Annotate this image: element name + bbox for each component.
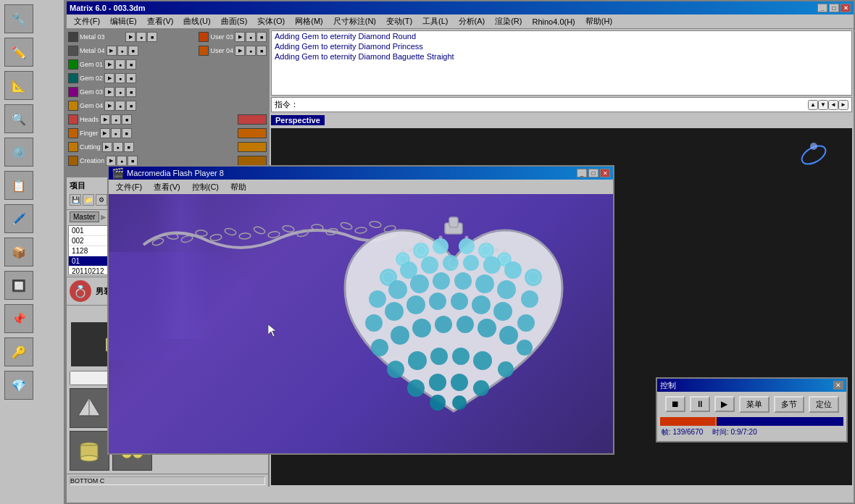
control-timeline[interactable]	[660, 417, 843, 426]
sidebar-icon-9[interactable]: 🔲	[4, 271, 33, 300]
menu-render[interactable]: 渲染(R)	[491, 14, 526, 28]
gem04-btn1[interactable]: ▶	[104, 101, 114, 111]
control-multi-btn[interactable]: 多节	[774, 396, 804, 413]
sidebar-icon-11[interactable]: 🔑	[4, 337, 33, 366]
menu-dim[interactable]: 尺寸标注(N)	[329, 14, 380, 28]
finger-btn2[interactable]: ●	[111, 128, 121, 138]
user03-btn3[interactable]: ■	[256, 32, 267, 42]
gem04-btn3[interactable]: ■	[126, 101, 136, 111]
control-play-btn2[interactable]: ⏸	[690, 396, 710, 412]
title-bar-buttons: _ □ ✕	[817, 4, 851, 12]
metal03-btn1[interactable]: ▶	[125, 32, 135, 42]
close-btn[interactable]: ✕	[841, 4, 851, 12]
gem02-btn1[interactable]: ▶	[104, 73, 114, 83]
control-buttons: ⏹ ⏸ ▶ 菜单 多节 定位	[657, 392, 846, 417]
gem-icon-cylinder[interactable]	[70, 431, 109, 471]
control-locate-btn[interactable]: 定位	[809, 396, 839, 413]
gem01-btn2[interactable]: ●	[115, 59, 125, 70]
flash-menu-file[interactable]: 文件(F)	[112, 180, 146, 194]
user04-btn3[interactable]: ■	[256, 46, 267, 56]
menu-surface[interactable]: 曲面(S)	[217, 14, 252, 28]
menu-rhino[interactable]: Rhino4.0(H)	[527, 16, 579, 28]
svg-point-92	[420, 240, 423, 244]
maximize-btn[interactable]: □	[829, 4, 839, 12]
menu-tools[interactable]: 工具(L)	[418, 14, 452, 28]
control-play-btn3[interactable]: ▶	[714, 396, 735, 412]
log-scroll-down[interactable]: ▼	[818, 100, 828, 110]
log-scroll-left[interactable]: ◄	[828, 100, 838, 110]
menu-help[interactable]: 帮助(H)	[581, 14, 617, 28]
sidebar-icon-1[interactable]: 🔧	[4, 4, 33, 33]
svg-point-72	[408, 351, 427, 370]
user04-btn2[interactable]: ●	[246, 46, 256, 56]
user04-btn1[interactable]: ▶	[235, 46, 245, 56]
sidebar-icon-12[interactable]: 💎	[4, 371, 33, 400]
project-btn-save[interactable]: 💾	[70, 194, 81, 206]
menu-edit[interactable]: 编辑(E)	[106, 14, 141, 28]
metal04-btn3[interactable]: ■	[128, 46, 138, 56]
sidebar-icon-4[interactable]: 🔍	[4, 104, 33, 133]
control-play-btn1[interactable]: ⏹	[665, 396, 685, 412]
menu-view[interactable]: 查看(V)	[143, 14, 178, 28]
log-scroll-up[interactable]: ▲	[808, 100, 818, 110]
creation-btn1[interactable]: ▶	[106, 156, 116, 166]
sidebar-icon-7[interactable]: 🖊️	[4, 204, 33, 233]
metal03-btn2[interactable]: ●	[136, 32, 146, 42]
flash-minimize[interactable]: _	[577, 169, 587, 177]
gem03-btn2[interactable]: ●	[115, 87, 125, 97]
gem01-btn1[interactable]: ▶	[104, 59, 114, 70]
menu-analysis[interactable]: 分析(A)	[454, 14, 490, 28]
project-btn-settings[interactable]: ⚙	[96, 194, 107, 206]
sidebar-icon-3[interactable]: 📐	[4, 71, 33, 100]
control-menu-btn[interactable]: 菜单	[739, 396, 770, 413]
sidebar-icon-6[interactable]: 📋	[4, 171, 33, 200]
gem04-btn2[interactable]: ●	[115, 101, 125, 111]
tab-master[interactable]: Master	[70, 211, 99, 222]
control-close[interactable]: ✕	[833, 381, 843, 390]
menu-transform[interactable]: 变动(T)	[382, 14, 417, 28]
user03-btn2[interactable]: ●	[246, 32, 256, 42]
sidebar-icon-5[interactable]: ⚙️	[4, 138, 33, 167]
log-scroll-right[interactable]: ►	[838, 100, 848, 110]
menu-file[interactable]: 文件(F)	[70, 14, 104, 28]
cutting-btn2[interactable]: ●	[113, 142, 123, 152]
creation-btn3[interactable]: ■	[128, 156, 138, 166]
app-title: Matrix 6.0 - 003.3dm	[70, 4, 146, 12]
finger-btn3[interactable]: ■	[122, 128, 132, 138]
metal03-btn3[interactable]: ■	[147, 32, 157, 42]
heads-btn2[interactable]: ●	[111, 114, 121, 125]
cutting-btn3[interactable]: ■	[124, 142, 134, 152]
creation-btn2[interactable]: ●	[117, 156, 127, 166]
menu-solid[interactable]: 实体(O)	[253, 14, 289, 28]
gem02-btn3[interactable]: ■	[126, 73, 136, 83]
log-entry-1: Adding Gem to eternity Diamond Round	[272, 31, 851, 41]
flash-menu-help[interactable]: 帮助	[226, 180, 251, 194]
minimize-btn[interactable]: _	[817, 4, 827, 12]
metal04-btn2[interactable]: ●	[117, 46, 128, 56]
gem03-btn3[interactable]: ■	[126, 87, 136, 97]
cutting-btn1[interactable]: ▶	[102, 142, 112, 152]
menu-curve[interactable]: 曲线(U)	[179, 14, 214, 28]
gem03-btn1[interactable]: ▶	[104, 87, 114, 97]
user03-btn1[interactable]: ▶	[235, 32, 245, 42]
layer-row-cutting: Cutting ▶ ● ■	[68, 140, 267, 154]
menu-mesh[interactable]: 网格(M)	[291, 14, 328, 28]
gem01-btn3[interactable]: ■	[126, 59, 136, 70]
sidebar-icon-2[interactable]: ✏️	[4, 38, 33, 67]
gem02-btn2[interactable]: ●	[115, 73, 125, 83]
flash-maximize[interactable]: □	[588, 169, 598, 177]
sidebar-icon-8[interactable]: 📦	[4, 238, 33, 266]
flash-close[interactable]: ✕	[600, 169, 610, 177]
bottom-input[interactable]: BOTTOM C	[70, 476, 265, 485]
command-input[interactable]	[299, 101, 808, 109]
sidebar-icon-10[interactable]: 📌	[4, 304, 33, 333]
flash-menu-control[interactable]: 控制(C)	[188, 180, 223, 194]
metal04-btn1[interactable]: ▶	[107, 46, 117, 56]
gem-icon-prism[interactable]	[70, 388, 109, 428]
finger-btn1[interactable]: ▶	[100, 128, 110, 138]
heads-btn3[interactable]: ■	[122, 114, 132, 125]
heads-btn1[interactable]: ▶	[100, 114, 110, 125]
project-btn-folder[interactable]: 📁	[83, 194, 94, 206]
svg-point-50	[433, 272, 450, 290]
flash-menu-view[interactable]: 查看(V)	[149, 180, 185, 194]
